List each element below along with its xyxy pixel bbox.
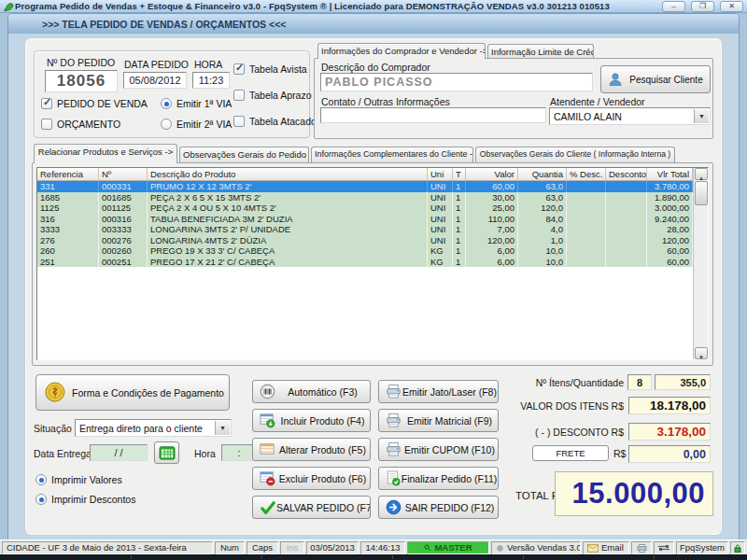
scroll-thumb[interactable] — [695, 181, 708, 205]
forma-pagamento-label: Forma e Condições de Pagamento — [67, 387, 229, 399]
table-cell: 60,00 — [647, 257, 693, 268]
imprimir-valores-radio[interactable]: Imprimir Valores — [35, 474, 122, 485]
excluir-produto-button[interactable]: Excluir Produto (F6) — [252, 467, 371, 490]
orcamento-checkbox[interactable]: ORÇAMENTO — [41, 119, 120, 130]
table-cell: 63,0 — [518, 181, 567, 192]
checkbox-icon — [41, 119, 52, 130]
tab-observacoes-cliente[interactable]: Observações Gerais do Cliente ( Informaç… — [475, 147, 675, 163]
data-entrega-field[interactable]: / / — [90, 444, 148, 461]
salvar-pedido-button[interactable]: SALVAR PEDIDO (F7) — [252, 496, 371, 519]
status-printer-panel — [631, 541, 652, 554]
table-cell: 6,00 — [466, 257, 518, 268]
table-row[interactable]: 260000260PREGO 19 X 33 3' C/ CABEÇAKG16,… — [37, 245, 693, 257]
tab-produtos-servicos[interactable]: Relacionar Produtos e Serviços -> — [34, 144, 177, 163]
sair-pedido-button[interactable]: SAIR PEDIDO (F12) — [378, 496, 499, 519]
table-row[interactable]: 331000331PRUMO 12 X 12 3MTS 2'UNI160,006… — [37, 181, 693, 192]
scroll-down-icon[interactable] — [695, 347, 708, 359]
table-cell: 001125 — [99, 203, 148, 214]
table-row[interactable]: 316000316TABUA BENEFICIADA 3M 2' DUZIAUN… — [37, 214, 693, 225]
person-icon — [608, 72, 623, 87]
order-number-label: Nº DO PEDIDO — [47, 57, 115, 68]
table-cell: UNI — [428, 203, 453, 214]
tab-limite-credito[interactable]: Informação Limite de Crédito — [487, 44, 594, 59]
tabela-aprazo-checkbox[interactable]: Tabela Aprazo — [233, 90, 312, 101]
emitir-jato-laser-button[interactable]: Emitir Jato/Laser (F8) — [378, 380, 499, 403]
imprimir-descontos-radio[interactable]: Imprimir Descontos — [35, 494, 135, 505]
table-scrollbar[interactable] — [693, 168, 708, 359]
table-cell: 251 — [37, 257, 99, 268]
situacao-combobox[interactable]: Entrega direto para o cliente — [75, 419, 232, 437]
close-button[interactable] — [720, 1, 743, 12]
automatico-button[interactable]: Automático (F3) — [252, 380, 371, 403]
status-time: 14:46:13 — [360, 541, 405, 554]
pedido-venda-checkbox[interactable]: PEDIDO DE VENDA — [41, 98, 148, 109]
excluir-produto-label: Excluir Produto (F6) — [275, 473, 370, 484]
status-connection-panel — [654, 541, 674, 554]
table-cell: 000276 — [99, 235, 148, 246]
order-time-field[interactable]: 11:23 — [192, 72, 230, 89]
maximize-button[interactable] — [691, 1, 714, 12]
table-cell — [567, 203, 606, 214]
table-row[interactable]: 1685001685PEÇA 2 X 6 5 X 15 3MTS 2'UNI13… — [37, 192, 693, 203]
tab-observacoes-pedido[interactable]: Observações Gerais do Pedido -> — [179, 147, 309, 163]
table-cell: 1 — [453, 203, 466, 214]
table-row[interactable]: 276000276LONGARINA 4MTS 2' DÚZIAUNI1120,… — [37, 235, 693, 246]
valor-itens-label: VALOR DOS ITENS R$ — [504, 400, 624, 412]
table-cell: 10,0 — [518, 257, 567, 268]
calendar-icon — [159, 445, 176, 460]
emitir-1via-radio[interactable]: Emitir 1ª VIA — [161, 98, 232, 109]
status-user-badge: MASTER — [407, 541, 489, 554]
table-cell: 4,0 — [518, 224, 567, 235]
checkbox-icon — [233, 116, 245, 127]
table-cell: 120,0 — [518, 203, 567, 214]
table-cell: TABUA BENEFICIADA 3M 2' DUZIA — [148, 214, 428, 225]
table-header-cell: Valor — [466, 168, 518, 181]
status-insert: Ins — [280, 541, 304, 554]
atendente-combobox[interactable]: CAMILO ALAIN — [549, 107, 711, 125]
incluir-produto-button[interactable]: Incluir Produto (F4) — [252, 409, 371, 432]
forma-pagamento-button[interactable]: Forma e Condições de Pagamento — [35, 374, 230, 411]
incluir-produto-label: Incluir Produto (F4) — [275, 415, 370, 427]
table-row[interactable]: 251000251PREGO 17 X 21 2' C/ CABEÇAKG16,… — [37, 257, 693, 268]
tab-comprador-vendedor[interactable]: Informações do Comprador e Vendedor -> — [317, 43, 486, 59]
atendente-value: CAMILO ALAIN — [554, 111, 622, 122]
salvar-pedido-label: SALVAR PEDIDO (F7) — [276, 502, 370, 513]
frete-rs-label: R$ — [613, 448, 626, 459]
pesquisar-cliente-button[interactable]: Pesquisar Cliente — [600, 65, 711, 93]
finalizar-pedido-label: Finalizar Pedido (F11) — [401, 473, 498, 484]
gear-icon — [496, 544, 504, 553]
calendar-button[interactable] — [154, 441, 179, 464]
table-cell: 260 — [37, 245, 99, 257]
minimize-button[interactable] — [662, 1, 685, 12]
table-cell: PREGO 17 X 21 2' C/ CABEÇA — [148, 257, 428, 268]
emitir-cupom-button[interactable]: Emitir CUPOM (F10) — [378, 438, 499, 461]
pesquisar-cliente-label: Pesquisar Cliente — [623, 75, 710, 85]
desconto-field: 3.178,00 — [628, 423, 711, 441]
emitir-2via-radio[interactable]: Emitir 2ª VIA — [161, 119, 232, 130]
table-cell: 1 — [453, 192, 466, 203]
tabela-atacado-checkbox[interactable]: Tabela Atacado — [233, 116, 317, 127]
alterar-produto-label: Alterar Produto (F5) — [275, 444, 370, 455]
situacao-value: Entrega direto para o cliente — [79, 423, 203, 434]
scroll-up-icon[interactable] — [695, 168, 708, 180]
status-brand: FpqSystem — [676, 541, 728, 554]
table-cell: 3.780,00 — [647, 181, 693, 192]
table-row[interactable]: 3333003333LONGARINA 3MTS 2' P/ UNIDADEUN… — [37, 224, 693, 235]
alterar-produto-button[interactable]: Alterar Produto (F5) — [252, 438, 371, 461]
buyer-name-field[interactable]: PABLO PICASSO — [320, 73, 593, 91]
checkbox-checked-icon — [41, 98, 52, 109]
table-header-cell: T — [453, 168, 466, 181]
frete-button[interactable]: FRETE — [532, 445, 609, 461]
order-number-field[interactable]: 18056 — [45, 70, 118, 92]
automatico-label: Automático (F3) — [275, 386, 370, 398]
finalizar-pedido-button[interactable]: Finalizar Pedido (F11) — [378, 467, 499, 490]
order-date-field[interactable]: 05/08/2012 — [123, 72, 187, 89]
chevron-down-icon[interactable] — [215, 421, 230, 435]
contato-field[interactable] — [320, 107, 546, 123]
tab-informacoes-cliente[interactable]: Informações Complementares do Cliente -> — [311, 147, 473, 163]
emitir-jato-laser-label: Emitir Jato/Laser (F8) — [402, 386, 498, 398]
tabela-avista-checkbox[interactable]: Tabela Avista — [233, 63, 307, 75]
emitir-matricial-button[interactable]: Emitir Matricial (F9) — [378, 409, 499, 432]
chevron-down-icon[interactable] — [694, 109, 709, 123]
table-row[interactable]: 1125001125PEÇA 2 X 4 OU 5 X 10 4MTS 2'UN… — [37, 203, 693, 214]
